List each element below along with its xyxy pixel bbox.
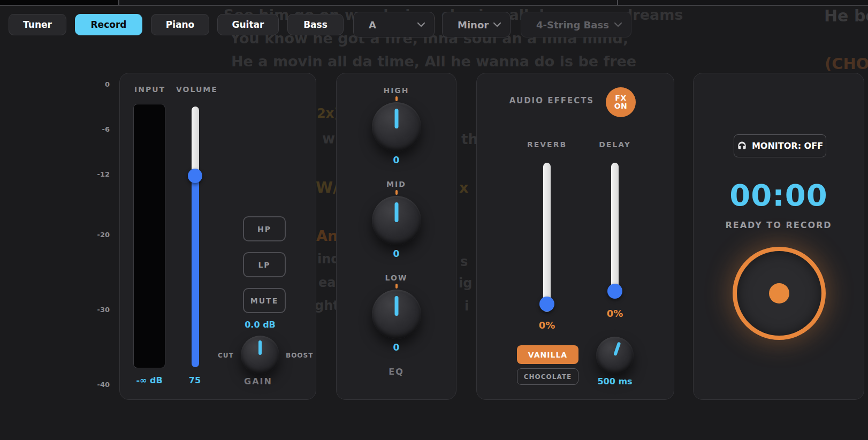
record-status: READY TO RECORD	[694, 220, 864, 230]
instrument-dropdown-value: 4-String Bass	[536, 19, 609, 31]
delay-value: 0%	[599, 308, 631, 319]
tab-guitar[interactable]: Guitar	[217, 14, 279, 35]
chevron-down-icon	[417, 22, 425, 27]
eq-high-value: 0	[337, 155, 456, 165]
headphones-icon	[737, 141, 747, 151]
fx-on-line2: ON	[614, 102, 628, 110]
fx-on-button[interactable]: FX ON	[606, 87, 636, 117]
eq-high-knob-indicator	[395, 109, 399, 128]
volume-slider-track-lower[interactable]	[192, 176, 199, 367]
db-scale-label: -12	[86, 170, 110, 178]
lyric-fragment: ea	[318, 275, 336, 290]
eq-low-knob[interactable]	[372, 290, 421, 339]
cut-label: CUT	[218, 352, 234, 359]
lyric-fragment: ght	[315, 298, 339, 313]
delay-label: DELAY	[577, 140, 652, 149]
eq-mid-knob-indicator	[395, 202, 399, 222]
tab-piano[interactable]: Piano	[151, 14, 209, 35]
db-scale-label: 0	[86, 80, 110, 88]
lyric-fragment: An	[316, 227, 338, 244]
eq-mid-value: 0	[337, 248, 456, 259]
eq-low-label: LOW	[337, 274, 456, 282]
gain-knob-indicator	[258, 340, 262, 355]
delay-slider-thumb[interactable]	[607, 284, 622, 299]
effects-panel: AUDIO EFFECTS FX ON REVERB DELAY 0% 0% V…	[476, 73, 674, 400]
volume-slider-thumb[interactable]	[188, 169, 202, 183]
lyric-fragment: x	[459, 179, 468, 196]
fx-on-line1: FX	[615, 94, 626, 102]
gain-value: 0.0 dB	[233, 320, 287, 330]
tab-bass[interactable]: Bass	[287, 14, 344, 35]
eq-mid-tick	[395, 190, 398, 195]
eq-title: EQ	[337, 367, 456, 377]
instrument-dropdown[interactable]: 4-String Bass	[521, 12, 631, 37]
db-scale-label: -6	[86, 125, 110, 133]
db-scale-label: -20	[86, 231, 110, 239]
lp-filter-button[interactable]: LP	[243, 252, 286, 277]
mode-dropdown-value: Minor	[458, 19, 489, 31]
eq-mid-knob[interactable]	[372, 196, 421, 245]
record-button-dot	[769, 283, 789, 304]
lyric-fragment: i	[465, 299, 469, 314]
tab-record[interactable]: Record	[75, 14, 142, 35]
tab-tuner[interactable]: Tuner	[9, 14, 66, 35]
db-scale-label: -30	[86, 306, 110, 314]
reverb-slider-track[interactable]	[543, 163, 551, 312]
record-panel: MONITOR: OFF 00:00 READY TO RECORD	[693, 73, 864, 400]
delay-time-value: 500 ms	[593, 376, 636, 386]
eq-high-tick	[395, 96, 398, 101]
key-dropdown[interactable]: A	[353, 12, 435, 37]
reverb-slider-thumb[interactable]	[539, 297, 554, 312]
mute-button[interactable]: MUTE	[243, 288, 286, 313]
lyric-fragment: th	[461, 131, 478, 147]
chevron-down-icon	[493, 22, 501, 27]
lyric-fragment: (CHO	[825, 55, 868, 73]
boost-label: BOOST	[286, 352, 313, 359]
eq-panel: HIGH 0 MID 0 LOW 0 EQ	[336, 73, 456, 400]
reverb-label: REVERB	[509, 140, 584, 149]
chevron-down-icon	[614, 22, 622, 27]
input-label: INPUT	[134, 85, 165, 94]
delay-slider-track[interactable]	[611, 163, 619, 295]
gain-knob[interactable]	[241, 336, 279, 374]
record-button[interactable]	[733, 247, 826, 340]
volume-slider-track-upper[interactable]	[192, 107, 199, 176]
lyric-fragment: W/	[316, 178, 339, 196]
record-timer: 00:00	[694, 178, 864, 213]
key-dropdown-value: A	[369, 19, 376, 31]
eq-low-knob-indicator	[395, 296, 399, 316]
delay-time-knob[interactable]	[596, 337, 634, 374]
input-level-meter	[133, 104, 165, 368]
volume-value: 75	[179, 375, 211, 385]
volume-label: VOLUME	[176, 85, 218, 94]
monitor-label: MONITOR: OFF	[752, 141, 823, 151]
eq-low-tick	[395, 284, 398, 289]
lyric-fragment: s	[460, 254, 468, 269]
eq-low-value: 0	[337, 342, 456, 353]
lyric-fragment: w	[322, 131, 335, 147]
chocolate-button[interactable]: CHOCOLATE	[517, 368, 578, 385]
hp-filter-button[interactable]: HP	[243, 216, 286, 241]
lyric-line: He a movin all da time, All he wanna do …	[231, 53, 636, 70]
eq-high-knob[interactable]	[372, 102, 421, 151]
eq-high-label: HIGH	[337, 86, 456, 95]
monitor-toggle-button[interactable]: MONITOR: OFF	[734, 134, 826, 157]
mode-dropdown[interactable]: Minor	[442, 12, 511, 37]
effects-title: AUDIO EFFECTS	[493, 96, 611, 105]
lyric-fragment: ig	[459, 276, 472, 291]
db-scale-label: -40	[86, 381, 110, 389]
tab-bar: Tuner Record Piano Guitar Bass A Minor 4…	[0, 0, 868, 48]
input-meter-value: -∞ dB	[128, 375, 171, 385]
gain-label: GAIN	[244, 376, 272, 386]
vanilla-button[interactable]: VANILLA	[517, 345, 578, 364]
delay-time-knob-indicator	[613, 342, 621, 356]
input-panel: INPUT VOLUME -∞ dB 75 HP LP MUTE 0.0 dB …	[119, 73, 316, 400]
eq-mid-label: MID	[337, 180, 456, 188]
reverb-value: 0%	[531, 320, 563, 331]
recording-app: See him go on wandering, chasing all dem…	[0, 0, 868, 440]
